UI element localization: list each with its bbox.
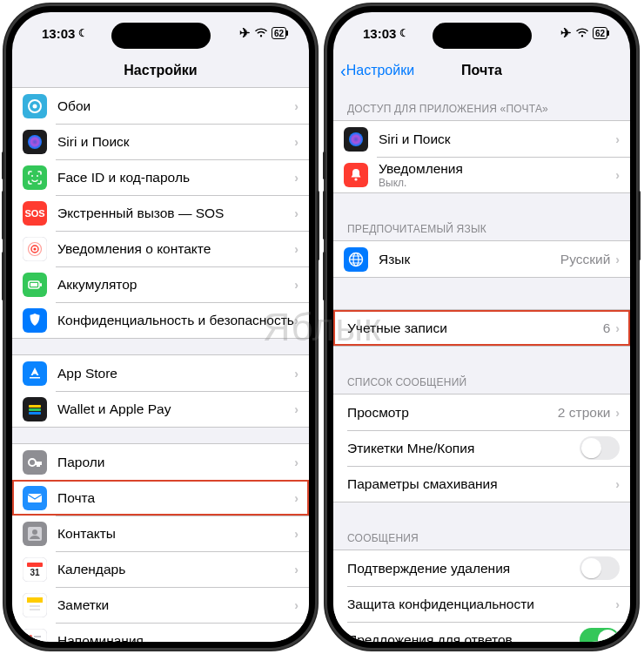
row-label: Почта (57, 489, 294, 506)
settings-row-этикетки-мне-копия[interactable]: Этикетки Мне/Копия (333, 430, 630, 466)
svg-rect-34 (23, 593, 47, 617)
svg-rect-35 (27, 597, 43, 603)
toggle-switch[interactable] (580, 628, 620, 642)
dnd-moon-icon: ☾ (78, 27, 88, 39)
dnd-moon-icon: ☾ (399, 27, 409, 39)
passwords-icon (23, 450, 47, 475)
calendar-icon: 31 (23, 557, 47, 582)
settings-row-учетные-записи[interactable]: Учетные записи6› (333, 310, 630, 346)
airplane-icon: ✈︎ (560, 25, 572, 41)
phone-right: 13:03 ☾ ✈︎ 62 ‹ Настройки Почта ДОСТУП Д… (325, 3, 639, 651)
page-title: Настройки (124, 63, 197, 78)
row-label: Подтверждение удаления (347, 560, 580, 576)
chevron-right-icon: › (294, 135, 299, 149)
settings-row-контакты[interactable]: Контакты› (12, 516, 309, 551)
wifi-icon (575, 26, 589, 41)
settings-row-уведомления[interactable]: УведомленияВыкл.› (333, 157, 630, 192)
toggle-switch[interactable] (580, 556, 620, 580)
chevron-right-icon: › (294, 563, 299, 576)
svg-point-40 (29, 639, 32, 643)
settings-row-напоминания[interactable]: Напоминания› (12, 623, 309, 642)
settings-row-заметки[interactable]: Заметки› (12, 587, 309, 623)
status-time: 13:03 (42, 26, 75, 41)
battery-indicator: 62 (272, 27, 286, 39)
row-label: Siri и Поиск (379, 131, 615, 147)
chevron-right-icon: › (294, 99, 299, 113)
svg-text:31: 31 (30, 568, 40, 577)
siri-icon (23, 130, 47, 154)
chevron-right-icon: › (615, 168, 620, 182)
row-label: Предложения для ответов (347, 631, 580, 642)
settings-row-почта[interactable]: Почта› (12, 480, 309, 516)
row-label: Экстренный вызов — SOS (57, 205, 294, 221)
row-label: Wallet и Apple Pay (57, 401, 294, 417)
chevron-right-icon: › (294, 314, 299, 327)
row-value: 2 строки (558, 405, 610, 421)
svg-text:SOS: SOS (24, 208, 44, 219)
settings-row-аккумулятор[interactable]: Аккумулятор› (12, 266, 309, 302)
row-label: Face ID и код-пароль (57, 169, 294, 185)
chevron-right-icon: › (294, 527, 299, 541)
settings-row-конфиденциальность-и-безопасность[interactable]: Конфиденциальность и безопасность› (12, 302, 309, 338)
row-label: Заметки (57, 597, 294, 613)
settings-row-пароли[interactable]: Пароли› (12, 444, 309, 480)
back-button[interactable]: ‹ Настройки (340, 61, 414, 81)
settings-row-face-id-и-код-пароль[interactable]: Face ID и код-пароль› (12, 159, 309, 195)
settings-row-подтверждение-удаления[interactable]: Подтверждение удаления (333, 550, 630, 586)
svg-point-39 (29, 635, 32, 638)
row-label: Контакты (57, 525, 294, 542)
row-value: Русский (560, 252, 611, 267)
chevron-left-icon: ‹ (340, 61, 346, 81)
settings-row-параметры-смахивания[interactable]: Параметры смахивания› (333, 466, 630, 502)
chevron-right-icon: › (615, 406, 620, 420)
settings-list[interactable]: Обои›Siri и Поиск›Face ID и код-пароль›S… (12, 87, 309, 642)
wifi-icon (254, 26, 268, 41)
dynamic-island (433, 23, 532, 49)
settings-row-wallet-и-apple-pay[interactable]: Wallet и Apple Pay› (12, 391, 309, 427)
toggle-switch[interactable] (580, 436, 620, 460)
chevron-right-icon: › (294, 598, 299, 612)
settings-row-экстренный-вызов-sos[interactable]: SOSЭкстренный вызов — SOS› (12, 195, 309, 231)
svg-point-30 (32, 529, 37, 535)
settings-row-app-store[interactable]: App Store› (12, 355, 309, 391)
chevron-right-icon: › (294, 402, 299, 416)
notes-icon (23, 593, 47, 617)
battery-indicator: 62 (593, 27, 607, 39)
reminders-icon (23, 629, 47, 643)
settings-row-обои[interactable]: Обои› (12, 88, 309, 124)
exposure-icon (23, 237, 47, 261)
row-value: 6 (603, 320, 611, 336)
settings-row-siri-и-поиск[interactable]: Siri и Поиск› (333, 121, 630, 157)
settings-group: ЯзыкРусский› (333, 240, 630, 278)
svg-point-13 (33, 247, 36, 250)
chevron-right-icon: › (615, 477, 620, 491)
mail-settings-list[interactable]: ДОСТУП ДЛЯ ПРИЛОЖЕНИЯ «ПОЧТА»Siri и Поис… (333, 87, 630, 642)
row-label: Язык (379, 251, 560, 267)
row-label: Пароли (57, 454, 294, 470)
row-label: Защита конфиденциальности (347, 596, 615, 612)
language-icon (344, 247, 368, 272)
settings-row-siri-и-поиск[interactable]: Siri и Поиск› (12, 124, 309, 159)
svg-rect-5 (23, 165, 47, 190)
settings-row-календарь[interactable]: 31Календарь› (12, 551, 309, 587)
settings-group: Подтверждение удаленияЗащита конфиденциа… (333, 549, 630, 642)
privacy-icon (23, 308, 47, 333)
row-label: Просмотр (347, 404, 558, 421)
settings-row-язык[interactable]: ЯзыкРусский› (333, 241, 630, 277)
phone-left: 13:03 ☾ ✈︎ 62 Настройки Обои›Siri и Поис… (3, 3, 318, 651)
row-label: App Store (57, 365, 294, 381)
chevron-right-icon: › (294, 455, 299, 469)
chevron-right-icon: › (294, 491, 299, 505)
settings-row-просмотр[interactable]: Просмотр2 строки› (333, 394, 630, 430)
row-label: Этикетки Мне/Копия (347, 440, 580, 456)
chevron-right-icon: › (294, 634, 299, 643)
settings-row-уведомления-о-контакте[interactable]: Уведомления о контакте› (12, 231, 309, 266)
svg-rect-17 (30, 283, 37, 287)
settings-row-предложения-для-ответов[interactable]: Предложения для ответов (333, 622, 630, 642)
section-header: ДОСТУП ДЛЯ ПРИЛОЖЕНИЯ «ПОЧТА» (333, 87, 630, 120)
appstore-icon (23, 361, 47, 386)
settings-row-защита-конфиденциальности[interactable]: Защита конфиденциальности› (333, 586, 630, 622)
chevron-right-icon: › (294, 242, 299, 256)
row-label: Учетные записи (347, 320, 603, 336)
siri-icon (344, 127, 368, 152)
